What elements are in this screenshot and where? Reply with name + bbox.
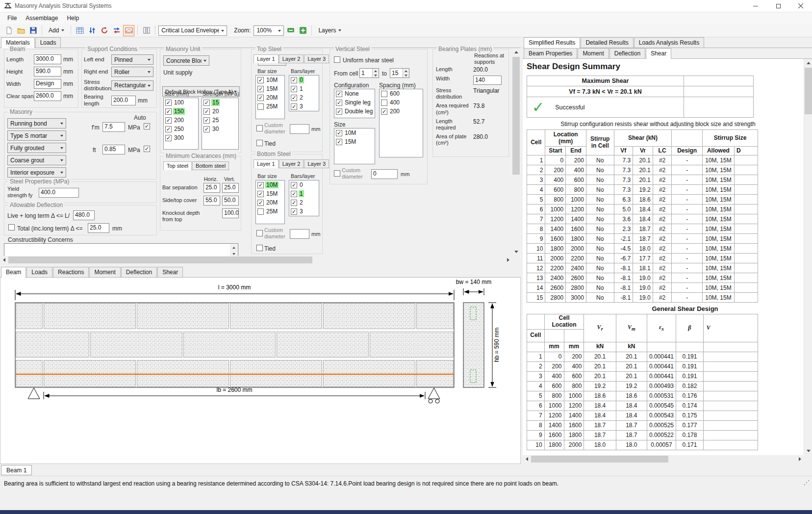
checkbox[interactable] — [257, 103, 264, 110]
checkbox[interactable]: ✓ — [291, 191, 297, 197]
zoom-out-button[interactable] — [285, 25, 296, 36]
checkbox[interactable]: ✓ — [257, 77, 264, 83]
top-bars-layer-option-3[interactable]: ✓3 — [289, 102, 319, 111]
masonry-select-running-bond[interactable]: Running bond — [7, 118, 66, 128]
field-input[interactable]: 590.0 — [34, 67, 61, 77]
swap-arrows-icon[interactable] — [111, 25, 122, 36]
bottom-tied-checkbox[interactable] — [256, 245, 263, 251]
checkbox[interactable]: ✓ — [203, 100, 210, 106]
scroll-right-button[interactable] — [504, 256, 512, 264]
vertical-custom-diameter-input[interactable]: 0 — [371, 169, 398, 179]
bottom-bars-layer-option-0[interactable]: ✓0 — [289, 180, 319, 189]
resize-grip[interactable] — [803, 480, 809, 486]
layers-dropdown[interactable]: Layers — [315, 26, 345, 35]
spin-down-button[interactable] — [403, 73, 409, 77]
results-tab-loads-analysis-results[interactable]: Loads Analysis Results — [634, 37, 704, 48]
top-custom-diameter-input[interactable] — [290, 124, 309, 134]
vert-input[interactable]: 100.0 — [222, 208, 239, 218]
scrollbar-thumb[interactable] — [805, 68, 812, 114]
results-sub-tab-shear[interactable]: Shear — [646, 48, 671, 59]
total-deflection-checkbox[interactable] — [8, 224, 15, 231]
bottom-bar-size-option-25m[interactable]: 25M — [256, 207, 284, 216]
top-bar-size-option-15m[interactable]: ✓15M — [256, 84, 284, 93]
checkbox[interactable]: ✓ — [291, 77, 297, 83]
assemblage-grid-icon[interactable] — [74, 25, 85, 36]
top-bars-layer-option-2[interactable]: ✓2 — [289, 93, 319, 102]
scroll-up-button[interactable] — [512, 48, 520, 56]
spacing-option-200[interactable]: ✓200 — [380, 107, 423, 116]
configuration-option-single-leg[interactable]: ✓Single leg — [334, 98, 375, 107]
size-option-150[interactable]: ✓150 — [164, 107, 198, 116]
checkbox[interactable]: ✓ — [336, 130, 342, 136]
horiz-input[interactable]: 25.0 — [203, 183, 220, 193]
bottom-bars-layer-option-3[interactable]: ✓3 — [289, 207, 319, 216]
checkbox[interactable] — [381, 100, 387, 106]
fm-auto-checkbox[interactable]: ✓ — [144, 123, 150, 129]
strength-option-15[interactable]: ✓15 — [202, 98, 238, 107]
scroll-right-button[interactable] — [796, 455, 804, 463]
fm-input[interactable]: 7.5 — [102, 122, 125, 132]
vertical-size-option-10m[interactable]: ✓10M — [334, 128, 375, 137]
open-file-button[interactable] — [15, 25, 26, 36]
live-deflection-input[interactable]: 480.0 — [73, 210, 95, 220]
bottom-steel-tab-layer-2[interactable]: Layer 2 — [279, 159, 304, 168]
top-bars-layer-option-0[interactable]: ✓0 — [289, 76, 319, 84]
checkbox[interactable]: ✓ — [291, 182, 297, 188]
bottom-steel-tab-layer-3[interactable]: Layer 3 — [304, 159, 329, 168]
results-tab-detailed-results[interactable]: Detailed Results — [581, 37, 633, 48]
bottom-bar-size-option-10m[interactable]: ✓10M — [256, 180, 284, 189]
scroll-down-button[interactable] — [804, 447, 812, 455]
checkbox[interactable] — [257, 208, 264, 215]
support-select-right-end[interactable]: Roller — [111, 67, 153, 77]
checkbox[interactable]: ✓ — [291, 200, 297, 206]
top-bars-layer-listbox[interactable]: ✓0✓1✓2✓3 — [289, 75, 319, 111]
checkbox[interactable]: ✓ — [203, 108, 210, 115]
top-bars-layer-option-1[interactable]: ✓1 — [289, 84, 319, 93]
bottom-bars-layer-option-1[interactable]: ✓1 — [289, 189, 319, 198]
bottom-bars-layer-listbox[interactable]: ✓0✓1✓2✓3 — [289, 180, 319, 216]
materials-vertical-scrollbar[interactable] — [512, 48, 520, 256]
menu-help[interactable]: Help — [62, 13, 83, 24]
masonry-select-coarse-grout[interactable]: Coarse grout — [7, 155, 66, 165]
reorder-arrows-icon[interactable] — [86, 25, 98, 36]
strength-option-30[interactable]: ✓30 — [202, 125, 238, 133]
spin-up-button[interactable] — [403, 69, 409, 73]
bottom-custom-diameter-input[interactable] — [290, 229, 309, 239]
checkbox[interactable]: ✓ — [291, 95, 297, 101]
results-sub-tab-beam-properties[interactable]: Beam Properties — [524, 48, 577, 58]
spin-down-button[interactable] — [373, 73, 379, 77]
vert-input[interactable]: 50.0 — [222, 196, 239, 206]
strength-option-20[interactable]: ✓20 — [202, 107, 238, 116]
view-tab-deflection[interactable]: Deflection — [121, 267, 157, 277]
masonry-select-interior-exposure[interactable]: Interior exposure — [7, 167, 66, 178]
bottom-bar-size-option-20m[interactable]: ✓20M — [256, 198, 284, 207]
checkbox[interactable]: ✓ — [203, 126, 210, 132]
checkbox[interactable]: ✓ — [257, 191, 264, 197]
configuration-option-double-leg[interactable]: ✓Double leg — [334, 107, 375, 116]
checkbox[interactable]: ✓ — [336, 139, 342, 145]
results-sub-tab-deflection[interactable]: Deflection — [609, 48, 645, 58]
menu-assemblage[interactable]: Assemblage — [21, 13, 62, 24]
scroll-left-button[interactable] — [0, 256, 8, 264]
maximize-button[interactable] — [767, 0, 789, 12]
minimize-button[interactable] — [744, 0, 767, 12]
checkbox[interactable]: ✓ — [203, 117, 210, 124]
top-bar-size-option-20m[interactable]: ✓20M — [256, 93, 284, 102]
vertical-size-listbox[interactable]: ✓10M✓15M — [334, 128, 375, 164]
top-bar-size-listbox[interactable]: ✓10M✓15M✓20M25M — [255, 75, 285, 119]
field-input[interactable]: Design — [34, 79, 61, 89]
strength-listbox[interactable]: ✓15✓20✓25✓30 — [202, 98, 239, 150]
horiz-input[interactable]: 55.0 — [203, 196, 220, 206]
vertical-size-option-15m[interactable]: ✓15M — [334, 137, 375, 146]
checkbox[interactable]: ✓ — [165, 117, 172, 124]
strength-option-25[interactable]: ✓25 — [202, 116, 238, 125]
configuration-option-none[interactable]: ✓None — [334, 89, 375, 98]
view-tab-shear[interactable]: Shear — [157, 267, 183, 277]
checkbox[interactable]: ✓ — [165, 108, 172, 115]
top-steel-tab-layer-1[interactable]: Layer 1 — [254, 54, 279, 63]
checkbox[interactable]: ✓ — [165, 100, 172, 106]
checkbox[interactable] — [381, 91, 387, 97]
field-input[interactable]: 200.0 — [111, 96, 136, 105]
from-cell-spinner[interactable]: 1 — [359, 68, 379, 78]
checkbox[interactable]: ✓ — [291, 208, 297, 215]
